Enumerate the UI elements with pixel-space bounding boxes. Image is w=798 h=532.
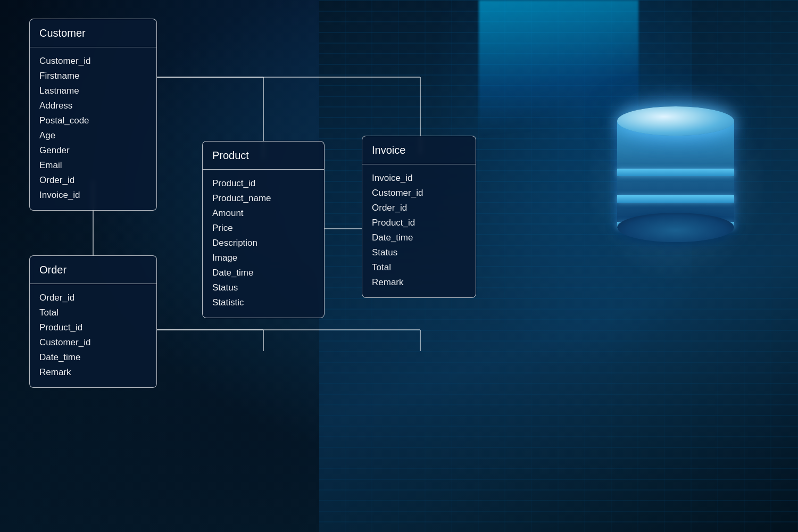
db-stripe-1 bbox=[617, 169, 734, 176]
invoice-table-header: Invoice bbox=[362, 136, 476, 164]
database-icon bbox=[617, 106, 734, 245]
product-field-8: Statistic bbox=[212, 295, 314, 310]
customer-table-fields: Customer_id Firstname Lastname Address P… bbox=[30, 47, 156, 210]
order-field-2: Product_id bbox=[39, 320, 147, 335]
customer-field-1: Firstname bbox=[39, 69, 147, 84]
order-field-5: Remark bbox=[39, 365, 147, 380]
product-field-7: Status bbox=[212, 280, 314, 295]
order-table: Order Order_id Total Product_id Customer… bbox=[29, 255, 157, 388]
customer-field-7: Email bbox=[39, 158, 147, 173]
customer-field-5: Age bbox=[39, 128, 147, 143]
invoice-field-1: Customer_id bbox=[372, 186, 466, 201]
invoice-field-4: Date_time bbox=[372, 230, 466, 245]
customer-table-header: Customer bbox=[30, 19, 156, 47]
db-top bbox=[617, 106, 734, 136]
db-bottom bbox=[617, 213, 734, 242]
invoice-field-6: Total bbox=[372, 260, 466, 275]
order-field-0: Order_id bbox=[39, 290, 147, 305]
invoice-field-3: Product_id bbox=[372, 215, 466, 230]
order-table-header: Order bbox=[30, 256, 156, 284]
db-stripe-2 bbox=[617, 195, 734, 203]
order-field-1: Total bbox=[39, 305, 147, 320]
invoice-table: Invoice Invoice_id Customer_id Order_id … bbox=[362, 136, 476, 298]
product-table: Product Product_id Product_name Amount P… bbox=[202, 141, 325, 318]
invoice-field-2: Order_id bbox=[372, 201, 466, 215]
product-table-header: Product bbox=[203, 142, 324, 170]
product-field-1: Product_name bbox=[212, 191, 314, 206]
invoice-table-fields: Invoice_id Customer_id Order_id Product_… bbox=[362, 164, 476, 297]
invoice-field-7: Remark bbox=[372, 275, 466, 290]
product-field-0: Product_id bbox=[212, 176, 314, 191]
customer-field-6: Gender bbox=[39, 143, 147, 158]
order-field-4: Date_time bbox=[39, 350, 147, 365]
customer-field-3: Address bbox=[39, 98, 147, 113]
customer-field-8: Order_id bbox=[39, 173, 147, 188]
invoice-field-0: Invoice_id bbox=[372, 171, 466, 186]
product-field-6: Date_time bbox=[212, 265, 314, 280]
db-body bbox=[617, 121, 734, 227]
product-field-3: Price bbox=[212, 221, 314, 236]
product-field-2: Amount bbox=[212, 206, 314, 221]
customer-field-2: Lastname bbox=[39, 84, 147, 98]
order-table-fields: Order_id Total Product_id Customer_id Da… bbox=[30, 284, 156, 387]
order-field-3: Customer_id bbox=[39, 335, 147, 350]
product-table-fields: Product_id Product_name Amount Price Des… bbox=[203, 170, 324, 318]
customer-field-0: Customer_id bbox=[39, 54, 147, 69]
product-field-5: Image bbox=[212, 251, 314, 265]
invoice-field-5: Status bbox=[372, 245, 466, 260]
customer-field-4: Postal_code bbox=[39, 113, 147, 128]
product-field-4: Description bbox=[212, 236, 314, 251]
customer-field-9: Invoice_id bbox=[39, 188, 147, 203]
customer-table: Customer Customer_id Firstname Lastname … bbox=[29, 19, 157, 211]
